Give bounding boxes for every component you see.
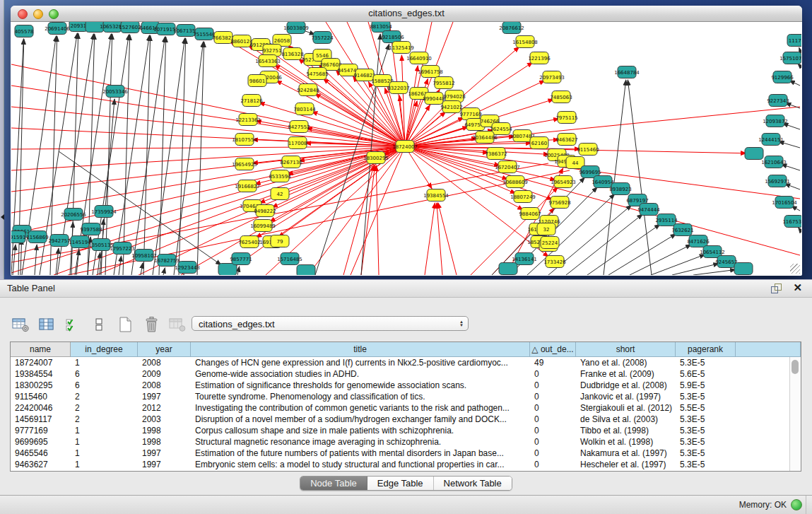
float-panel-icon[interactable] <box>771 284 781 293</box>
graph-edge[interactable] <box>11 146 405 170</box>
graph-edge[interactable] <box>174 42 204 275</box>
graph-node-label: 16640910 <box>406 56 432 62</box>
table-row[interactable]: 1872400712008Changes of HCN gene express… <box>11 357 801 368</box>
column-header-year[interactable]: year <box>138 342 191 357</box>
graph-edge[interactable] <box>405 146 800 199</box>
graph-node[interactable] <box>745 148 763 160</box>
table-row[interactable]: 1830029562008Estimation of significance … <box>11 380 801 391</box>
graph-edge[interactable] <box>163 268 165 275</box>
table-mode-button[interactable] <box>10 315 31 334</box>
graph-node-label: 9242848 <box>297 88 319 93</box>
graph-edge[interactable] <box>799 228 800 230</box>
graph-edge[interactable] <box>114 35 149 275</box>
table-row[interactable]: 2242004622012Investigating the contribut… <box>11 402 801 414</box>
graph-edge[interactable] <box>672 264 719 275</box>
graph-node[interactable] <box>297 265 315 276</box>
column-header-short[interactable]: short <box>576 342 676 357</box>
column-header-name[interactable]: name <box>11 342 71 357</box>
table-row[interactable]: 969969511998Structural magnetic resonanc… <box>11 436 801 448</box>
graph-edge[interactable] <box>405 146 800 255</box>
graph-edge[interactable] <box>693 269 736 275</box>
graph-node-label: 5475685 <box>306 71 328 77</box>
graph-edge[interactable] <box>123 35 130 275</box>
graph-node[interactable] <box>734 263 753 275</box>
graph-edge[interactable] <box>628 80 652 275</box>
graph-node-label: 7632621 <box>671 228 693 233</box>
graph-edge[interactable] <box>425 203 435 275</box>
table-cell: 5.3E-5 <box>676 436 736 448</box>
graph-edge[interactable] <box>437 203 442 275</box>
table-cell: 5.3E-5 <box>676 448 736 459</box>
table-cell: 22420046 <box>11 402 71 414</box>
graph-edge[interactable] <box>35 245 37 275</box>
graph-node-label: 10654112 <box>700 250 725 255</box>
graph-edge[interactable] <box>405 146 746 153</box>
table-row[interactable]: 1456911722003Disruption of a novel membe… <box>11 414 801 425</box>
graph-edge[interactable] <box>13 245 16 275</box>
row-height-button[interactable] <box>88 315 110 334</box>
graph-edge[interactable] <box>405 22 432 146</box>
graph-node-label: 16648784 <box>614 70 640 76</box>
graph-edge[interactable] <box>361 165 375 275</box>
table-selector[interactable]: citations_edges.txt ▲▼ <box>192 316 469 331</box>
graph-node[interactable] <box>499 263 517 275</box>
table-row[interactable]: 977716911998Corpus callosum shape and si… <box>11 425 801 436</box>
resize-grip[interactable] <box>790 264 800 274</box>
graph-edge[interactable] <box>438 203 457 275</box>
network-canvas[interactable]: 4055782069140620931106532871527602646616… <box>11 22 801 275</box>
network-graph[interactable]: 4055782069140620931106532871527602646616… <box>11 22 801 275</box>
graph-edge[interactable] <box>799 47 800 50</box>
graph-edge[interactable] <box>143 35 151 275</box>
graph-node-label: 19654925 <box>232 162 257 168</box>
table-cell: 1 <box>71 448 138 459</box>
graph-edge[interactable] <box>237 267 240 275</box>
graph-node-label: 9115460 <box>577 147 599 153</box>
table-panel-header[interactable]: Table Panel ✕ <box>0 279 812 298</box>
table-row[interactable]: 1938455462009Genome-wide association stu… <box>11 368 801 380</box>
table-scrollbar-thumb[interactable] <box>792 360 799 374</box>
table-cell: Estimation of significance thresholds fo… <box>191 380 530 391</box>
column-header-title[interactable]: title <box>191 342 530 357</box>
graph-node-label: 12444151 <box>758 137 784 143</box>
delete-columns-button[interactable] <box>141 315 162 334</box>
graph-node[interactable] <box>218 264 237 276</box>
column-header-pagerank[interactable]: pagerank <box>676 342 736 357</box>
column-header-in_degree[interactable]: in_degree <box>71 342 138 357</box>
graph-edge[interactable] <box>782 124 800 129</box>
table-cell: 1 <box>71 459 138 470</box>
table-row[interactable]: 911546021997Tourette syndrome. Phenomeno… <box>11 391 801 402</box>
graph-node-label: 9857771 <box>230 257 252 262</box>
tab-network-table[interactable]: Network Table <box>434 477 512 490</box>
graph-edge[interactable] <box>11 107 405 146</box>
graph-edge[interactable] <box>784 184 800 189</box>
table-scrollbar[interactable] <box>789 357 801 471</box>
table-cell: 9699695 <box>11 436 71 448</box>
table-cell: Wolkin et al. (1998) <box>576 436 676 448</box>
graph-edge[interactable] <box>651 255 705 275</box>
desktop-background: citations_edges.txt 40557820691406209311… <box>0 0 812 279</box>
select-rows-button[interactable] <box>62 315 83 334</box>
select-columns-button[interactable] <box>36 315 57 334</box>
graph-node-label: 98601 <box>249 78 265 84</box>
graph-edge[interactable] <box>781 164 800 170</box>
window-title-bar[interactable]: citations_edges.txt <box>11 6 802 22</box>
tab-edge-table[interactable]: Edge Table <box>367 477 434 490</box>
create-column-button[interactable] <box>114 315 136 334</box>
table-cell: 9777169 <box>11 425 71 436</box>
table-cell: 0 <box>530 391 576 402</box>
close-panel-icon[interactable]: ✕ <box>793 281 802 294</box>
status-bar: Memory: OK <box>0 495 812 514</box>
graph-edge[interactable] <box>11 146 405 149</box>
tab-node-table[interactable]: Node Table <box>300 477 367 490</box>
table-cell: 2 <box>71 391 138 402</box>
column-header-out_de[interactable]: △ out_de... <box>530 342 576 357</box>
table-panel: Table Panel ✕ <box>0 279 812 495</box>
table-cell: 18724007 <box>11 357 71 368</box>
panel-collapse-arrow-icon[interactable] <box>1 214 4 220</box>
graph-edge[interactable] <box>630 245 691 275</box>
table-row[interactable]: 946362711997Embryonic stem cells: a mode… <box>11 459 801 470</box>
graph-node-label: 20931 <box>71 23 86 29</box>
memory-status-indicator[interactable] <box>791 499 802 510</box>
table-row[interactable]: 946554611997Estimation of the future num… <box>11 448 801 459</box>
graph-node-label: 11174 <box>789 38 801 44</box>
